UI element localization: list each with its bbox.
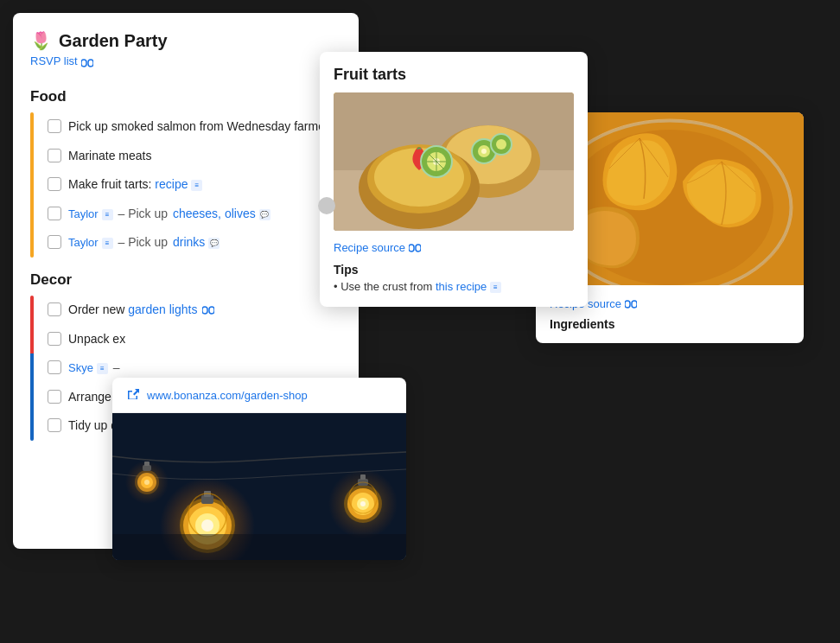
pastry-chain-icon — [625, 300, 637, 309]
recipe-link[interactable]: recipe — [155, 177, 188, 191]
fruit-tarts-panel: Fruit tarts — [320, 52, 588, 307]
table-row: Marinate meats — [34, 142, 359, 171]
app-title-text: Garden Party — [59, 31, 168, 51]
chain-link-icon — [409, 244, 421, 252]
tips-text: • Use the crust from this recipe ≡ — [334, 280, 574, 293]
svg-rect-25 — [409, 245, 414, 251]
task-checkbox-3[interactable] — [48, 177, 61, 191]
pastry-ingredients-title: Ingredients — [550, 317, 790, 331]
svg-rect-26 — [416, 245, 421, 251]
garden-lights-link[interactable]: garden lights — [128, 302, 197, 316]
task-checkbox-2[interactable] — [48, 149, 61, 162]
svg-rect-2 — [202, 307, 207, 314]
food-section-bar: Pick up smoked salmon from Wednesday far… — [13, 112, 359, 258]
task-text-5: Taylor ≡ – Pick up drinks 💬 — [68, 234, 341, 251]
drinks-link[interactable]: drinks — [173, 235, 205, 249]
rsvp-link-text: RSVP list — [30, 54, 78, 67]
svg-rect-0 — [81, 60, 86, 67]
table-row: Make fruit tarts: recipe ≡ — [34, 170, 359, 200]
task-checkbox-9[interactable] — [48, 390, 61, 404]
cheeses-olives-link[interactable]: cheeses, olives — [173, 207, 256, 220]
tips-title: Tips — [334, 263, 574, 277]
svg-rect-3 — [209, 307, 214, 314]
external-link-icon — [126, 388, 140, 402]
lights-background — [112, 413, 406, 560]
food-section: Food Pick up smoked salmon from Wednesda… — [13, 88, 359, 258]
svg-rect-55 — [112, 534, 406, 560]
link-popup-header: www.bonanza.com/garden-shop — [112, 378, 406, 413]
assignee-taylor-1[interactable]: Taylor — [68, 207, 99, 220]
task-checkbox-1[interactable] — [48, 119, 61, 133]
task-checkbox-8[interactable] — [48, 360, 61, 374]
svg-rect-61 — [632, 301, 637, 308]
task-text-2: Marinate meats — [68, 148, 341, 165]
task-checkbox-7[interactable] — [48, 332, 61, 346]
table-row: Taylor ≡ – Pick up cheeses, olives 💬 — [34, 200, 359, 229]
task-checkbox-6[interactable] — [48, 302, 61, 316]
task-text-6: Order new garden lights — [68, 302, 341, 319]
rsvp-link[interactable]: RSVP list — [30, 54, 341, 67]
svg-point-10 — [481, 149, 487, 154]
doc-icon: ≡ — [102, 238, 113, 249]
doc-icon: ≡ — [191, 180, 202, 191]
tips-text-content: • Use the crust from — [334, 280, 432, 293]
task-checkbox-5[interactable] — [48, 235, 61, 249]
recipe-source-link[interactable]: Recipe source — [334, 241, 574, 254]
app-title: 🌷 Garden Party — [30, 30, 341, 51]
fruit-tart-image — [334, 92, 574, 231]
decor-section-title: Decor — [13, 271, 359, 289]
this-recipe-link[interactable]: this recipe — [436, 280, 487, 293]
food-task-list: Pick up smoked salmon from Wednesday far… — [34, 112, 359, 258]
table-row: Taylor ≡ – Pick up drinks 💬 — [34, 228, 359, 258]
garden-lights-image — [112, 413, 406, 560]
fruit-panel-content: Fruit tarts — [320, 52, 588, 307]
comment-icon-2: 💬 — [208, 238, 220, 249]
task-checkbox-10[interactable] — [48, 418, 61, 432]
task-text-4: Taylor ≡ – Pick up cheeses, olives 💬 — [68, 206, 341, 223]
doc-icon-tips: ≡ — [490, 282, 501, 293]
table-row: Order new garden lights — [34, 296, 359, 325]
food-section-title: Food — [13, 88, 359, 105]
svg-rect-53 — [143, 465, 151, 471]
assignee-skye[interactable]: Skye — [68, 361, 93, 374]
link-preview-popup: www.bonanza.com/garden-shop — [112, 378, 406, 560]
svg-point-12 — [496, 139, 506, 150]
table-row: Pick up smoked salmon from Wednesday far… — [34, 112, 359, 142]
task-text-1: Pick up smoked salmon from Wednesday far… — [68, 118, 341, 136]
doc-icon-skye: ≡ — [97, 363, 108, 374]
tulip-icon: 🌷 — [30, 30, 52, 51]
connector-dot — [318, 197, 335, 214]
recipe-source-text: Recipe source — [334, 241, 405, 254]
task-text-3: Make fruit tarts: recipe ≡ — [68, 176, 341, 194]
assignee-taylor-2[interactable]: Taylor — [68, 236, 99, 249]
fruit-panel-title: Fruit tarts — [334, 66, 574, 84]
task-text-8: Skye ≡ – — [68, 360, 341, 377]
panel-header: 🌷 Garden Party RSVP list — [13, 30, 359, 88]
svg-rect-54 — [144, 462, 150, 466]
svg-point-35 — [201, 519, 213, 532]
svg-point-52 — [144, 480, 150, 485]
table-row: Unpack ex — [34, 325, 359, 354]
svg-point-44 — [360, 501, 366, 506]
task-text-7: Unpack ex — [68, 331, 341, 348]
comment-icon: 💬 — [259, 209, 270, 220]
doc-icon: ≡ — [102, 209, 113, 220]
svg-rect-1 — [88, 60, 93, 67]
task-checkbox-4[interactable] — [48, 207, 61, 220]
chain-icon — [81, 57, 93, 66]
svg-rect-60 — [625, 301, 630, 308]
svg-rect-46 — [360, 474, 366, 480]
link-url-text[interactable]: www.bonanza.com/garden-shop — [147, 389, 308, 402]
